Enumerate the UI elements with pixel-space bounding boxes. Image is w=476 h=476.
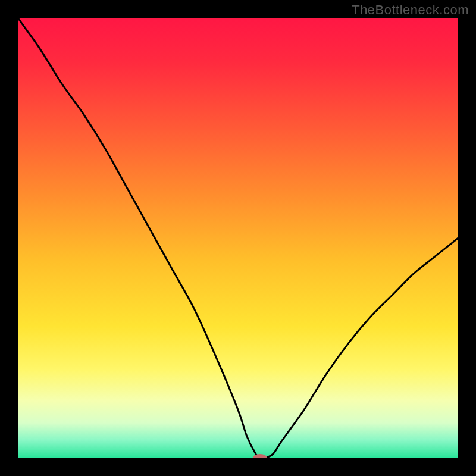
watermark-text: TheBottleneck.com bbox=[352, 2, 469, 18]
bottleneck-chart bbox=[18, 18, 458, 458]
chart-svg bbox=[18, 18, 458, 458]
gradient-background bbox=[18, 18, 458, 458]
